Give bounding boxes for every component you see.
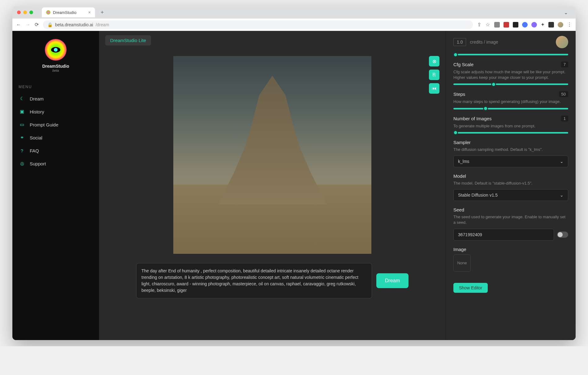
menu-label: Prompt Guide [30,122,58,127]
beta-label: beta [19,69,93,72]
sidebar: DreamStudio beta « MENU ☾ Dream ▣ Histor… [12,31,99,340]
menu-label: Dream [30,96,44,101]
setting-desc: To generate multiple images from one pro… [453,123,568,129]
moon-icon: ☾ [19,95,25,102]
browser-window: DreamStudio × + ⌄ ← → ⟳ 🔒 beta.dreamstud… [12,6,576,340]
profile-avatar-icon[interactable] [558,22,563,28]
image-drop[interactable]: None [453,254,471,272]
sidebar-item-social[interactable]: ⚭ Social [12,131,99,144]
main-topbar: DreamStudio Lite [99,31,446,50]
extension-icon[interactable] [504,22,509,28]
image-mountain [218,76,327,204]
traffic-lights [17,11,33,14]
credits-value: 1.0 [453,38,466,46]
sampler-setting: Sampler The diffusion sampling method. D… [453,140,568,167]
extension-icons: ✦ ⋮ [494,22,572,28]
chat-icon: ▭ [19,121,25,128]
steps-slider[interactable] [453,108,568,109]
close-tab-icon[interactable]: × [88,10,91,15]
select-value: k_lms [458,159,469,164]
slider-thumb[interactable] [453,52,458,57]
sidebar-item-dream[interactable]: ☾ Dream [12,92,99,105]
extension-icon[interactable] [513,22,518,28]
sidebar-item-support[interactable]: ◎ Support [12,157,99,170]
lite-badge[interactable]: DreamStudio Lite [105,35,151,45]
prompt-input[interactable]: The day after End of humanity , perfect … [136,263,372,298]
regenerate-button[interactable]: ⏮ [429,83,439,94]
num-images-slider[interactable] [453,132,568,134]
num-images-setting: Number of Images 1 To generate multiple … [453,116,568,134]
setting-value: 7 [561,62,568,67]
sampler-select[interactable]: k_lms ⌄ [453,156,568,167]
steps-setting: Steps 50 How many steps to spend generat… [453,91,568,109]
canvas-area: ⊗ ⎘ ⏮ The day after End of humanity , pe… [99,50,446,340]
titlebar: DreamStudio × + ⌄ [12,6,576,19]
browser-tab[interactable]: DreamStudio × [42,7,95,17]
user-avatar[interactable] [556,36,568,48]
close-window-icon[interactable] [17,11,21,14]
logo-area: DreamStudio beta « [12,36,99,79]
menu-label: Social [30,135,42,140]
back-button[interactable]: ← [16,22,21,28]
slider-thumb[interactable] [483,106,488,111]
address-bar[interactable]: 🔒 beta.dreamstudio.ai/dream [43,20,473,29]
extension-icon[interactable] [548,22,554,28]
menu-icon[interactable]: ⋮ [567,22,572,28]
favicon-icon [46,10,50,15]
app-root: DreamStudio beta « MENU ☾ Dream ▣ Histor… [12,31,576,340]
tab-title: DreamStudio [53,10,76,15]
prompt-row: The day after End of humanity , perfect … [136,263,409,298]
menu-header: MENU [12,82,99,92]
seed-setting: Seed The seed used to generate your imag… [453,207,568,240]
show-editor-button[interactable]: Show Editor [453,283,488,293]
slider-thumb[interactable] [491,82,496,87]
browser-toolbar: ← → ⟳ 🔒 beta.dreamstudio.ai/dream ⇪ ☆ ✦ … [12,19,576,31]
top-slider[interactable] [453,54,568,55]
lock-icon: 🔒 [47,22,53,27]
sidebar-item-history[interactable]: ▣ History [12,105,99,118]
main-area: DreamStudio Lite ⊗ ⎘ ⏮ The day after End… [99,31,446,340]
setting-label: Sampler [453,140,471,145]
generated-image[interactable] [173,56,371,254]
setting-desc: Cfg scale adjusts how much the image wil… [453,69,568,80]
extension-icon[interactable] [531,22,537,28]
sidebar-item-faq[interactable]: ? FAQ [12,144,99,157]
settings-panel: 1.0 credits / image Cfg Scale 7 Cfg scal… [446,31,576,340]
menu-label: History [30,109,44,114]
bookmark-icon[interactable]: ☆ [486,22,490,28]
image-setting: Image None [453,247,568,272]
maximize-window-icon[interactable] [29,11,33,14]
seed-toggle[interactable] [557,232,568,238]
extension-icon[interactable] [522,22,528,28]
share-icon[interactable]: ⇪ [477,22,481,28]
chevron-down-icon: ⌄ [560,193,564,198]
dream-button[interactable]: Dream [376,273,409,288]
minimize-window-icon[interactable] [23,11,27,14]
setting-label: Image [453,247,466,252]
model-select[interactable]: Stable Diffusion v1.5 ⌄ [453,189,568,201]
setting-label: Steps [453,92,465,97]
copy-button[interactable]: ⎘ [429,70,439,80]
cfg-scale-setting: Cfg Scale 7 Cfg scale adjusts how much t… [453,62,568,85]
menu-label: FAQ [30,148,39,153]
forward-button[interactable]: → [25,22,30,28]
seed-input[interactable]: 3671992409 [453,229,554,241]
setting-label: Number of Images [453,116,491,121]
select-value: Stable Diffusion v1.5 [458,193,498,198]
new-tab-button[interactable]: + [101,9,104,16]
extensions-icon[interactable]: ✦ [541,22,545,28]
tabs-dropdown-icon[interactable]: ⌄ [564,10,568,15]
slider-thumb[interactable] [453,130,458,135]
close-circle-icon: ⊗ [432,58,436,64]
cfg-slider[interactable] [453,83,568,85]
setting-label: Seed [453,207,464,212]
lifebuoy-icon: ◎ [19,160,25,167]
extension-icon[interactable] [494,22,500,28]
reload-button[interactable]: ⟳ [35,22,39,28]
image-actions: ⊗ ⎘ ⏮ [429,56,439,94]
credits-row: 1.0 credits / image [453,36,568,48]
sidebar-item-prompt-guide[interactable]: ▭ Prompt Guide [12,118,99,131]
image-icon: ▣ [19,108,25,115]
delete-button[interactable]: ⊗ [429,56,439,66]
setting-desc: How many steps to spend generating (diff… [453,99,568,104]
